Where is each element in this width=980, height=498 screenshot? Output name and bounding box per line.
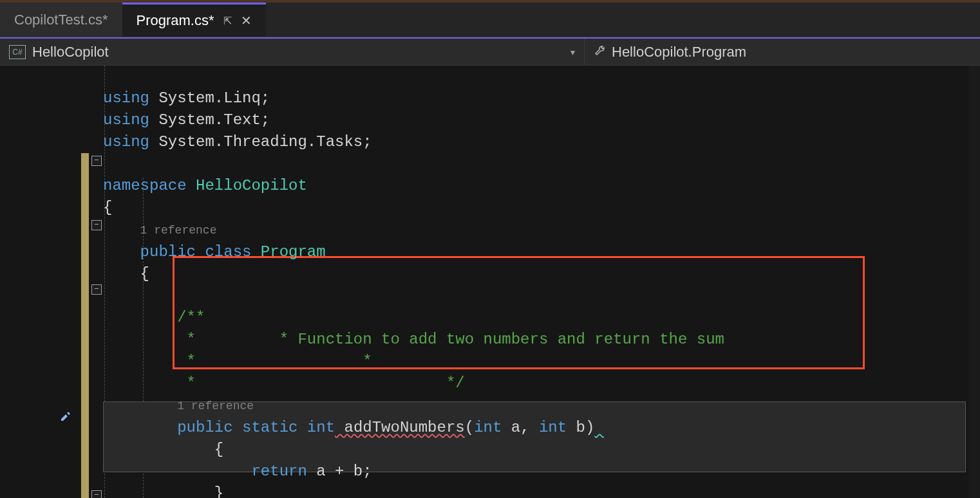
comment: * *	[103, 353, 372, 370]
fold-toggle[interactable]: −	[91, 490, 102, 498]
type-name: Program	[251, 243, 325, 261]
code-content[interactable]: using System.Linq; using System.Text; us…	[103, 66, 724, 498]
fold-toggle[interactable]: −	[91, 156, 102, 166]
caret-squiggle	[594, 419, 603, 436]
keyword: int	[530, 419, 567, 436]
nav-class-label: HelloCopilot.Program	[612, 44, 746, 60]
tab-label: Program.cs*	[137, 12, 214, 29]
keyword: public	[177, 419, 232, 436]
wrench-icon	[594, 44, 607, 60]
nav-scope-label: HelloCopilot	[32, 44, 109, 60]
nav-scope-dropdown[interactable]: C# HelloCopilot ▾	[0, 39, 585, 65]
keyword: static	[233, 419, 298, 436]
codelens-reference[interactable]: 1 reference	[177, 400, 254, 412]
fold-toggle[interactable]: −	[91, 284, 102, 295]
tab-copilottest[interactable]: CopilotTest.cs*	[0, 3, 122, 37]
keyword: namespace	[103, 177, 187, 194]
csharp-file-icon: C#	[9, 45, 26, 59]
type-name: HelloCopilot	[187, 177, 307, 194]
pin-icon[interactable]: ⇱	[223, 15, 232, 27]
gutter	[0, 66, 59, 498]
tab-label: CopilotTest.cs*	[14, 12, 108, 28]
chevron-down-icon: ▾	[570, 47, 575, 57]
fold-toggle[interactable]: −	[91, 220, 102, 230]
comment: * * Function to add two numbers and retu…	[103, 331, 724, 348]
keyword: public	[140, 243, 196, 261]
code-text: System.Text;	[149, 111, 270, 129]
navigation-bar: C# HelloCopilot ▾ HelloCopilot.Program	[0, 37, 980, 66]
punct: ,	[520, 419, 529, 436]
keyword: using	[103, 89, 149, 107]
param: b	[567, 419, 585, 436]
param: a	[502, 419, 520, 436]
brace: {	[103, 441, 223, 458]
keyword: int	[297, 419, 335, 436]
comment: /**	[103, 309, 205, 326]
nav-class-dropdown[interactable]: HelloCopilot.Program	[585, 39, 755, 65]
punct: (	[465, 419, 474, 436]
brace: {	[103, 199, 112, 216]
keyword: class	[196, 243, 251, 261]
brace: {	[103, 265, 149, 282]
vertical-scrollbar[interactable]	[968, 66, 980, 498]
quick-actions-icon[interactable]	[58, 408, 72, 426]
punct: )	[585, 419, 594, 436]
codelens-reference[interactable]: 1 reference	[140, 224, 217, 237]
method-name: addTwoNumbers	[335, 419, 465, 436]
keyword: using	[103, 111, 149, 129]
keyword: using	[103, 133, 149, 151]
code-text: System.Threading.Tasks;	[149, 133, 372, 151]
tab-bar: CopilotTest.cs* Program.cs* ⇱ ✕	[0, 3, 980, 37]
code-text: System.Linq;	[149, 89, 270, 107]
tab-program[interactable]: Program.cs* ⇱ ✕	[122, 3, 266, 37]
comment: * */	[103, 374, 465, 392]
code-editor[interactable]: − − − − using System.Linq; using System.…	[0, 66, 980, 498]
change-indicator	[81, 153, 89, 498]
keyword: int	[474, 419, 502, 436]
keyword: return	[251, 463, 306, 480]
close-icon[interactable]: ✕	[241, 13, 252, 28]
code-text: a + b;	[307, 463, 372, 480]
brace: }	[103, 484, 223, 498]
